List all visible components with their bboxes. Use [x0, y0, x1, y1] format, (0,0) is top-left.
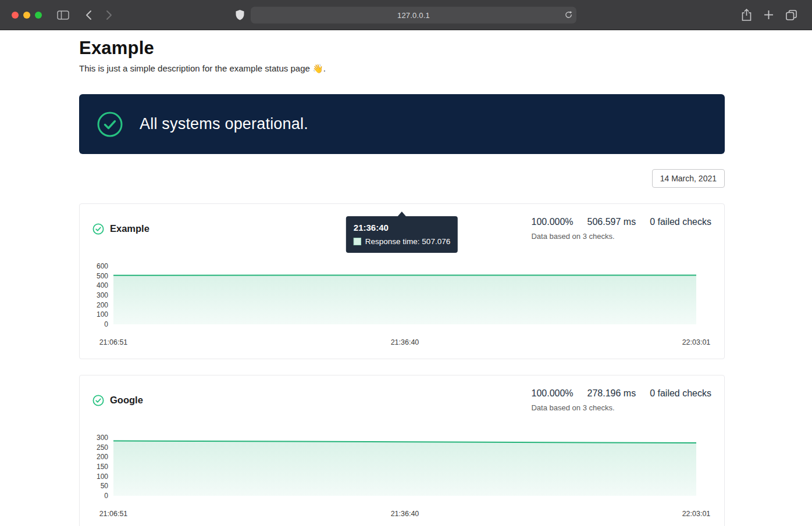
monitor-name: Google	[110, 395, 143, 406]
checks-note: Data based on 3 checks.	[531, 232, 711, 241]
checks-note: Data based on 3 checks.	[531, 403, 711, 412]
share-icon[interactable]	[742, 9, 752, 21]
reload-icon[interactable]	[564, 10, 573, 19]
chart-plot-area[interactable]	[113, 438, 696, 496]
x-tick-label: 21:06:51	[99, 510, 128, 518]
chart-y-axis: 300250200150100500	[92, 434, 113, 499]
monitor-card-header: Google 100.000% 278.196 ms 0 failed chec…	[92, 388, 711, 412]
y-tick-label: 300	[97, 434, 108, 441]
response-time-chart: 6005004003002001000	[92, 263, 711, 328]
y-tick-label: 100	[97, 473, 108, 480]
status-page: Example This is just a simple descriptio…	[0, 30, 812, 526]
back-icon[interactable]	[86, 10, 92, 20]
chart-tooltip: 21:36:40 Response time: 507.076	[346, 216, 458, 253]
x-tick-label: 22:03:01	[682, 338, 711, 346]
tooltip-time: 21:36:40	[354, 223, 450, 232]
page-description: This is just a simple description for th…	[79, 63, 725, 74]
chart-x-axis: 21:06:5121:36:4022:03:01	[113, 338, 696, 347]
x-tick-label: 21:06:51	[99, 338, 128, 346]
avg-response-time: 506.597 ms	[587, 217, 636, 227]
address-bar[interactable]: 127.0.0.1	[251, 6, 576, 23]
y-tick-label: 300	[97, 292, 108, 299]
new-tab-icon[interactable]	[764, 10, 774, 20]
tooltip-value: Response time: 507.076	[365, 237, 450, 246]
monitor-stats: 100.000% 278.196 ms 0 failed checks Data…	[531, 388, 711, 412]
x-tick-label: 22:03:01	[682, 510, 711, 518]
window-minimize-button[interactable]	[23, 12, 30, 19]
page-title: Example	[79, 38, 725, 59]
y-tick-label: 600	[97, 263, 108, 270]
url-text: 127.0.0.1	[397, 10, 430, 19]
status-banner-text: All systems operational.	[140, 115, 308, 133]
failed-checks-count: 0 failed checks	[650, 388, 711, 399]
window-zoom-button[interactable]	[35, 12, 42, 19]
chart-svg	[113, 266, 696, 324]
response-time-chart: 300250200150100500	[92, 434, 711, 499]
uptime-percent: 100.000%	[531, 217, 573, 227]
monitor-card: Example 100.000% 506.597 ms 0 failed che…	[79, 203, 725, 359]
monitor-ok-check-icon	[92, 395, 104, 406]
monitor-stats: 100.000% 506.597 ms 0 failed checks Data…	[531, 217, 711, 241]
y-tick-label: 0	[104, 492, 108, 499]
avg-response-time: 278.196 ms	[587, 388, 636, 399]
chart-x-axis: 21:06:5121:36:4022:03:01	[113, 510, 696, 518]
monitor-ok-check-icon	[92, 223, 104, 235]
chart-plot-area[interactable]	[113, 266, 696, 324]
monitor-name: Example	[110, 223, 149, 234]
x-tick-label: 21:36:40	[391, 338, 419, 346]
y-tick-label: 100	[97, 311, 108, 318]
date-row: 14 March, 2021	[79, 169, 725, 188]
status-banner: All systems operational.	[79, 94, 725, 154]
window-controls	[12, 12, 42, 19]
uptime-percent: 100.000%	[531, 388, 573, 399]
y-tick-label: 200	[97, 302, 108, 309]
series-marker-icon	[354, 238, 361, 245]
y-tick-label: 50	[101, 482, 108, 489]
failed-checks-count: 0 failed checks	[650, 217, 711, 227]
chart-y-axis: 6005004003002001000	[92, 263, 113, 328]
y-tick-label: 0	[104, 321, 108, 328]
y-tick-label: 200	[97, 453, 108, 460]
y-tick-label: 150	[97, 463, 108, 470]
sidebar-toggle-icon[interactable]	[57, 10, 69, 20]
all-ok-check-icon	[97, 111, 123, 138]
window-close-button[interactable]	[12, 12, 19, 19]
browser-toolbar: 127.0.0.1	[0, 0, 812, 30]
monitor-identity: Google	[92, 395, 143, 406]
y-tick-label: 250	[97, 444, 108, 451]
chart-svg	[113, 438, 696, 496]
monitor-identity: Example	[92, 223, 149, 235]
tab-overview-icon[interactable]	[786, 10, 797, 20]
forward-icon[interactable]	[106, 10, 112, 20]
y-tick-label: 400	[97, 282, 108, 289]
date-picker-button[interactable]: 14 March, 2021	[652, 169, 725, 188]
y-tick-label: 500	[97, 273, 108, 280]
privacy-shield-icon[interactable]	[236, 9, 244, 20]
x-tick-label: 21:36:40	[391, 510, 419, 518]
monitor-card: Google 100.000% 278.196 ms 0 failed chec…	[79, 375, 725, 526]
